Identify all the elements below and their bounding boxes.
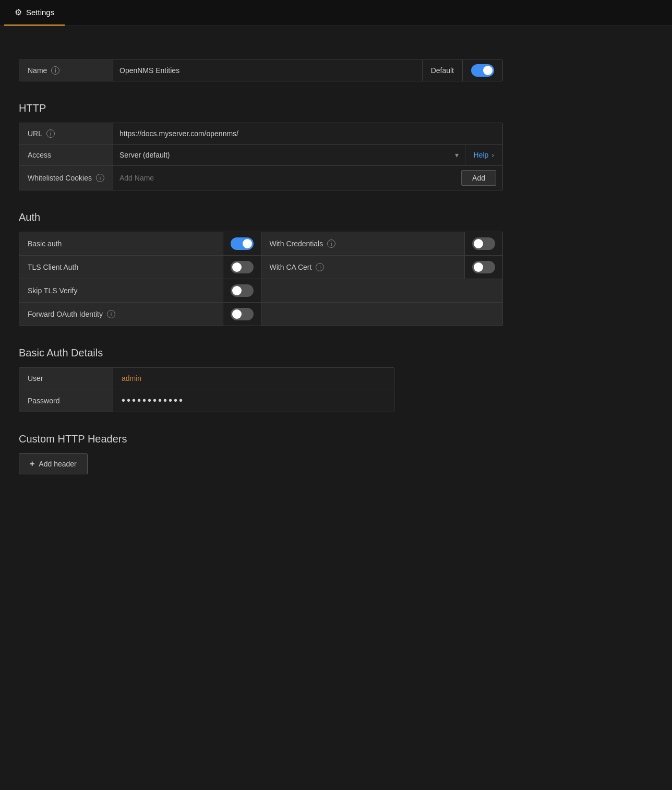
custom-headers-section: Custom HTTP Headers + Add header xyxy=(19,433,503,474)
access-row: Access Server (default) Browser Proxy ▾ … xyxy=(19,145,502,166)
name-label-text: Name xyxy=(28,66,47,75)
auth-rows-container: Basic auth With Credentials i xyxy=(19,232,503,326)
add-header-label: Add header xyxy=(39,460,76,468)
auth-row-2: TLS Client Auth With CA Cert i xyxy=(19,256,502,279)
custom-headers-title: Custom HTTP Headers xyxy=(19,433,503,445)
auth-title: Auth xyxy=(19,211,503,223)
ca-cert-toggle[interactable] xyxy=(472,261,495,273)
with-credentials-toggle-area[interactable] xyxy=(464,232,502,255)
forward-oauth-toggle[interactable] xyxy=(231,308,254,320)
user-input[interactable] xyxy=(122,374,386,382)
auth-row-4: Forward OAuth Identity i xyxy=(19,303,502,326)
tls-label: TLS Client Auth xyxy=(19,256,223,279)
forward-oauth-info-icon[interactable]: i xyxy=(107,310,115,318)
basic-auth-half: Basic auth xyxy=(19,232,261,255)
ca-cert-label: With CA Cert i xyxy=(261,256,465,279)
plus-icon: + xyxy=(30,459,34,469)
user-label: User xyxy=(19,368,113,389)
basic-auth-label: Basic auth xyxy=(19,232,223,255)
tab-settings[interactable]: ⚙ Settings xyxy=(4,0,65,26)
whitelisted-value: Add xyxy=(113,166,502,190)
basic-auth-section: Basic Auth Details User Password xyxy=(19,347,503,412)
name-toggle[interactable] xyxy=(471,64,494,77)
forward-oauth-toggle-area[interactable] xyxy=(223,303,261,326)
with-credentials-info-icon[interactable]: i xyxy=(327,240,335,248)
url-info-icon[interactable]: i xyxy=(46,129,55,138)
with-credentials-half: With Credentials i xyxy=(261,232,503,255)
ca-cert-info-icon[interactable]: i xyxy=(316,263,324,271)
help-button[interactable]: Help › xyxy=(465,145,502,165)
ca-cert-half: With CA Cert i xyxy=(261,256,503,279)
user-row: User xyxy=(19,368,394,389)
name-toggle-area[interactable] xyxy=(463,60,502,81)
forward-oauth-label: Forward OAuth Identity i xyxy=(19,303,223,326)
auth-row-1: Basic auth With Credentials i xyxy=(19,232,502,256)
user-value xyxy=(113,368,394,389)
auth-section: Auth Basic auth Wit xyxy=(19,211,503,326)
access-select-wrapper[interactable]: Server (default) Browser Proxy ▾ xyxy=(113,145,465,165)
password-value xyxy=(113,389,394,412)
name-input[interactable] xyxy=(119,66,416,75)
password-label: Password xyxy=(19,389,113,412)
name-input-area xyxy=(113,60,423,81)
whitelisted-label: Whitelisted Cookies i xyxy=(19,166,113,190)
skip-tls-label: Skip TLS Verify xyxy=(19,279,223,302)
whitelisted-info-icon[interactable]: i xyxy=(96,174,104,182)
chevron-right-icon: › xyxy=(491,151,494,159)
empty-auth-half xyxy=(261,279,503,302)
add-button[interactable]: Add xyxy=(461,170,496,186)
tab-settings-label: Settings xyxy=(26,8,54,17)
basic-auth-grid: User Password xyxy=(19,367,394,412)
empty-auth-half-2 xyxy=(261,303,503,326)
url-label: URL i xyxy=(19,123,113,144)
name-info-icon[interactable]: i xyxy=(51,66,59,75)
skip-tls-toggle-area[interactable] xyxy=(223,279,261,302)
skip-tls-toggle[interactable] xyxy=(231,284,254,297)
tls-toggle-area[interactable] xyxy=(223,256,261,279)
name-default-area: Default xyxy=(423,60,463,81)
access-select[interactable]: Server (default) Browser Proxy xyxy=(119,151,459,159)
whitelisted-row: Whitelisted Cookies i Add xyxy=(19,166,502,190)
basic-auth-details-title: Basic Auth Details xyxy=(19,347,503,359)
http-grid: URL i Access Server (default) Browser Pr… xyxy=(19,123,503,190)
basic-auth-toggle[interactable] xyxy=(231,237,254,250)
name-label-cell: Name i xyxy=(19,60,113,81)
url-value xyxy=(113,123,502,144)
main-content: Name i Default HTTP URL i xyxy=(0,26,522,512)
add-header-button[interactable]: + Add header xyxy=(19,453,88,474)
cookie-input[interactable] xyxy=(119,174,461,182)
password-row: Password xyxy=(19,389,394,412)
tls-toggle[interactable] xyxy=(231,261,254,273)
http-title: HTTP xyxy=(19,102,503,114)
with-credentials-toggle[interactable] xyxy=(472,237,495,250)
auth-row-3: Skip TLS Verify xyxy=(19,279,502,303)
default-label: Default xyxy=(431,66,454,75)
settings-icon: ⚙ xyxy=(15,7,22,17)
url-input[interactable] xyxy=(119,129,496,138)
access-label: Access xyxy=(19,145,113,165)
password-input[interactable] xyxy=(122,394,386,406)
tls-half: TLS Client Auth xyxy=(19,256,261,279)
tab-bar: ⚙ Settings xyxy=(0,0,672,26)
url-row: URL i xyxy=(19,123,502,145)
with-credentials-label: With Credentials i xyxy=(261,232,465,255)
name-section: Name i Default xyxy=(19,59,503,81)
skip-tls-half: Skip TLS Verify xyxy=(19,279,261,302)
forward-oauth-half: Forward OAuth Identity i xyxy=(19,303,261,326)
basic-auth-toggle-area[interactable] xyxy=(223,232,261,255)
http-section: HTTP URL i Access Server (default xyxy=(19,102,503,190)
ca-cert-toggle-area[interactable] xyxy=(464,256,502,279)
